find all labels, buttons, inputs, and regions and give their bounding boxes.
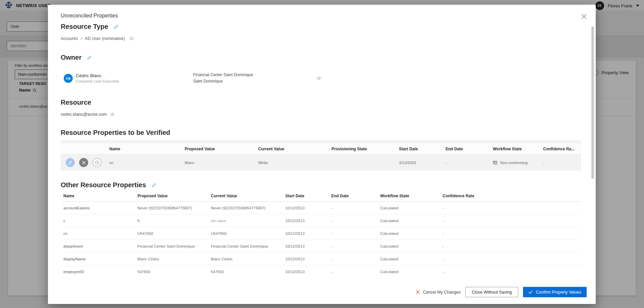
resource-type-heading-text: Resource Type	[61, 22, 108, 31]
approve-edit-button[interactable]	[66, 158, 75, 167]
cancel-my-changes-button[interactable]: Cancel My Changes	[416, 290, 461, 295]
reject-button[interactable]	[79, 158, 88, 167]
col-end-date: End Date	[331, 194, 380, 198]
owner-org-line2: Saint Dominique	[193, 78, 316, 85]
col-start-date: Start Date	[399, 147, 446, 151]
col-workflow-state: Workflow State	[493, 147, 543, 151]
cell-proposed: Blanc	[185, 161, 258, 165]
col-workflow-state: Workflow State	[380, 194, 443, 198]
close-without-saving-button[interactable]: Close Without Saving	[465, 287, 518, 297]
clock-icon	[95, 160, 100, 165]
breadcrumb-ad-user: AD User (nominative)	[85, 36, 125, 41]
confirm-property-values-button[interactable]: Confirm Property Values	[523, 287, 587, 297]
verify-properties-heading-text: Resource Properties to be Verified	[61, 128, 170, 137]
resource-type-heading: Resource Type	[61, 22, 581, 31]
x-icon	[82, 161, 86, 165]
unreconciled-properties-dialog: Unreconciled Properties Resource Type Ac…	[48, 5, 596, 304]
table-row[interactable]: department Financial Center Saint Domini…	[63, 240, 581, 253]
close-without-saving-label: Close Without Saving	[472, 290, 512, 295]
col-confidence-rate: Confidence Ra...	[543, 147, 581, 151]
owner-name: Cédric Blanc	[76, 73, 193, 78]
verify-properties-heading: Resource Properties to be Verified	[61, 128, 581, 137]
other-properties-heading: Other Resource Properties	[61, 181, 581, 189]
table-row[interactable]: sn Blanc White 3/13/2023 - Non-conformin…	[61, 155, 581, 170]
eye-icon[interactable]	[110, 113, 115, 116]
pencil-icon	[68, 160, 72, 165]
eye-icon[interactable]	[129, 37, 134, 40]
history-button[interactable]	[93, 158, 102, 167]
verify-table-header: Name Proposed Value Current Value Provis…	[61, 143, 581, 155]
table-row[interactable]: c fr No value 10/12/2013 - Calculated -	[63, 214, 581, 227]
screen: NETWRIX USER FF Flores Frank User Filter…	[0, 0, 644, 308]
col-name: Name	[63, 194, 137, 198]
dialog-footer: Cancel My Changes Close Without Saving C…	[416, 287, 587, 297]
resource-heading: Resource	[61, 98, 581, 107]
other-properties-table: Name Proposed Value Current Value Start …	[63, 191, 581, 278]
col-proposed-value: Proposed Value	[185, 147, 258, 151]
breadcrumb-accounts: Accounts	[61, 36, 78, 41]
col-name: Name	[109, 147, 185, 151]
other-table-header: Name Proposed Value Current Value Start …	[63, 191, 581, 202]
resource-value-row: cedric.blanc@acme.com	[61, 112, 581, 117]
owner-identity: Cédric Blanc Consumer Loan Executive	[76, 73, 193, 83]
cell-workflow-state: Non-conforming	[493, 160, 543, 165]
owner-heading: Owner	[61, 53, 581, 62]
confirm-check-icon	[528, 290, 533, 294]
owner-job-title: Consumer Loan Executive	[76, 79, 193, 83]
eye-icon[interactable]	[316, 76, 321, 80]
cancel-my-changes-label: Cancel My Changes	[423, 290, 461, 295]
col-end-date: End Date	[446, 147, 493, 151]
owner-card: CB Cédric Blanc Consumer Loan Executive …	[64, 72, 581, 85]
close-icon[interactable]	[581, 13, 587, 19]
resource-type-breadcrumb: Accounts > AD User (nominative)	[61, 36, 581, 41]
table-row[interactable]: displayName Blanc Cédric Blanc Cédric 10…	[63, 253, 581, 265]
row-actions	[66, 158, 109, 167]
cancel-x-icon	[416, 290, 420, 294]
owner-organization: Financial Center Saint Dominique Saint D…	[193, 72, 316, 85]
dialog-title: Unreconciled Properties	[61, 13, 581, 19]
confirm-property-values-label: Confirm Property Values	[536, 290, 581, 295]
table-row[interactable]: accountExpires Never (922337203685477580…	[63, 202, 581, 214]
workflow-state-icon	[493, 160, 497, 165]
resource-heading-text: Resource	[61, 98, 91, 107]
breadcrumb-separator: >	[80, 37, 82, 41]
verify-properties-table: Name Proposed Value Current Value Provis…	[61, 140, 581, 170]
owner-heading-text: Owner	[61, 53, 81, 62]
col-start-date: Start Date	[285, 194, 331, 198]
col-provisioning-state: Provisioning State	[332, 147, 399, 151]
resource-value: cedric.blanc@acme.com	[61, 112, 107, 117]
col-current-value: Current Value	[211, 194, 285, 198]
cell-name: sn	[109, 161, 185, 165]
table-row[interactable]: cn U547650 U547650 10/12/2013 - Calculat…	[63, 227, 581, 240]
edit-pencil-icon[interactable]	[87, 55, 92, 60]
edit-pencil-icon[interactable]	[114, 24, 119, 29]
col-confidence-rate: Confidence Rate	[443, 194, 581, 198]
owner-org-line1: Financial Center Saint Dominique	[193, 72, 316, 78]
owner-avatar: CB	[64, 74, 73, 83]
cell-current: White	[258, 161, 332, 165]
cell-confidence: -	[543, 161, 581, 165]
no-value-cell: No value	[211, 219, 285, 223]
edit-pencil-icon[interactable]	[152, 183, 157, 188]
col-current-value: Current Value	[258, 147, 332, 151]
cell-end-date: -	[446, 161, 493, 165]
cell-start-date: 3/13/2023	[399, 161, 446, 165]
col-proposed-value: Proposed Value	[137, 194, 211, 198]
workflow-state-text: Non-conforming	[500, 161, 528, 165]
table-row[interactable]: employeeID 547650 547650 10/12/2013 - Ca…	[63, 265, 581, 278]
modal-scrollbar-thumb[interactable]	[591, 27, 594, 179]
other-properties-heading-text: Other Resource Properties	[61, 181, 146, 189]
